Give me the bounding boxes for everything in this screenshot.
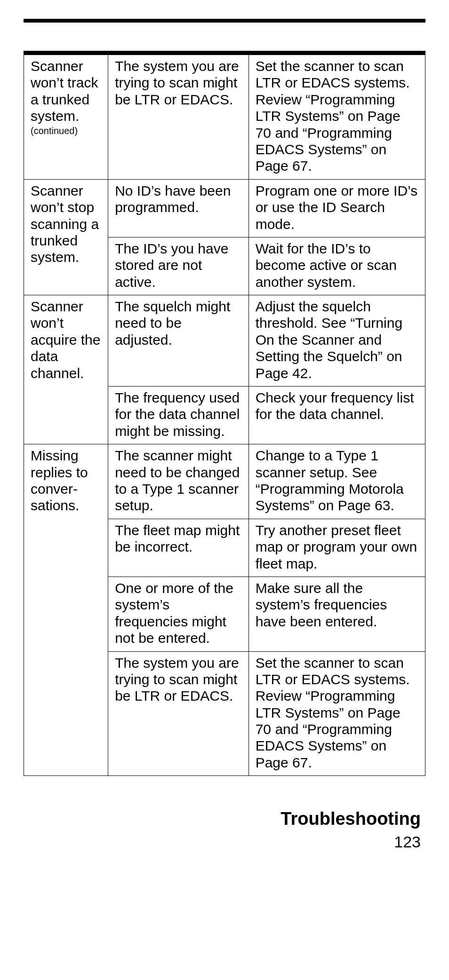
problem-cell: Scanner won’t track a trunked system. (c… [24, 55, 108, 180]
cause-cell: The squelch might need to be adjusted. [108, 295, 249, 387]
table-row: Scanner won’t stop scanning a trunked sy… [24, 179, 425, 237]
troubleshooting-table: Scanner won’t track a trunked system. (c… [24, 55, 425, 776]
cause-cell: The frequency used for the data channel … [108, 387, 249, 444]
solution-cell: Make sure all the system’s frequencies h… [249, 577, 425, 651]
table-top-rule [24, 51, 425, 55]
cause-cell: The system you are trying to scan might … [108, 651, 249, 776]
table-row: Scanner won’t acquire the data channel. … [24, 295, 425, 387]
table-row: Missing replies to conver-sations. The s… [24, 444, 425, 519]
cause-cell: No ID’s have been programmed. [108, 179, 249, 237]
cause-cell: One or more of the system’s frequencies … [108, 577, 249, 651]
top-rule [24, 19, 425, 23]
solution-cell: Set the scanner to scan LTR or EDACS sys… [249, 651, 425, 776]
section-title: Troubleshooting [24, 809, 421, 829]
cause-cell: The fleet map might be incorrect. [108, 519, 249, 577]
cause-cell: The ID’s you have stored are not active. [108, 237, 249, 295]
problem-cell: Scanner won’t stop scanning a trunked sy… [24, 179, 108, 295]
table-row: Scanner won’t track a trunked system. (c… [24, 55, 425, 180]
solution-cell: Wait for the ID’s to become active or sc… [249, 237, 425, 295]
continued-label: (continued) [31, 126, 101, 137]
solution-cell: Check your frequency list for the data c… [249, 387, 425, 444]
cause-cell: The scanner might need to be changed to … [108, 444, 249, 519]
problem-cell: Scanner won’t acquire the data channel. [24, 295, 108, 444]
solution-cell: Program one or more ID’s or use the ID S… [249, 179, 425, 237]
cause-cell: The system you are trying to scan might … [108, 55, 249, 180]
solution-cell: Set the scanner to scan LTR or EDACS sys… [249, 55, 425, 180]
page: Scanner won’t track a trunked system. (c… [0, 0, 449, 870]
solution-cell: Change to a Type 1 scanner setup. See “P… [249, 444, 425, 519]
problem-text: Scanner won’t track a trunked system. [31, 58, 98, 124]
solution-cell: Adjust the squelch threshold. See “Turni… [249, 295, 425, 387]
page-number: 123 [24, 833, 421, 851]
problem-cell: Missing replies to conver-sations. [24, 444, 108, 776]
solution-cell: Try another preset fleet map or program … [249, 519, 425, 577]
